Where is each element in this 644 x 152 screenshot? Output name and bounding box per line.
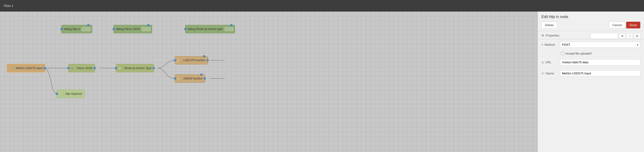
cancel-button[interactable]: Cancel	[609, 22, 625, 28]
node-dot-right	[152, 67, 155, 69]
tab-icon-gear[interactable]: ⚙	[619, 33, 626, 39]
node-dot-left	[174, 77, 176, 80]
method-icon: ≡	[542, 43, 543, 46]
method-row: ≡ Method GET POST PUT DELETE PATCH	[538, 39, 644, 50]
node-dot-left	[174, 59, 176, 61]
debug-http-in-label: debug http in	[64, 27, 80, 31]
node-dot-right	[44, 67, 46, 69]
am319-func-node[interactable]: f AM319 function	[175, 74, 205, 83]
properties-label: Properties	[546, 34, 559, 37]
done-button[interactable]: Done	[626, 22, 640, 28]
node-dot-top	[230, 24, 232, 26]
node-dot-left	[67, 67, 70, 69]
panel-header: Edit http in node Delete Cancel Done	[538, 11, 644, 31]
route-icon: ⇄	[118, 66, 122, 70]
accept-uploads-row: Accept file uploads?	[538, 50, 644, 57]
node-dot-left	[115, 67, 117, 69]
gear-icon: ⚙	[542, 34, 544, 37]
parse-json-label: Parse JSON	[77, 67, 92, 70]
panel-actions: Delete Cancel Done	[542, 22, 640, 28]
node-dot-left	[184, 28, 186, 30]
debug-icon-box2: □	[146, 27, 150, 31]
method-select[interactable]: GET POST PUT DELETE PATCH	[560, 42, 640, 48]
metsci-input-node[interactable]: → MetSci LDDS75 Input	[7, 64, 45, 72]
input-icon: →	[10, 66, 14, 70]
ldds75-func-label: LDDS75 Function	[183, 59, 205, 62]
panel-title: Edit http in node	[542, 15, 640, 19]
debug-parse-json-node[interactable]: debug Parse JSON ≡ □	[114, 25, 152, 33]
debug-icon-list: ≡	[82, 27, 86, 31]
node-dot-right	[94, 67, 96, 69]
name-row: 🏷 Name	[538, 68, 644, 79]
metsci-input-label: MetSci LDDS75 Input	[16, 67, 42, 70]
response-icon: →	[59, 92, 64, 96]
http-response-node[interactable]: → http response	[57, 90, 85, 98]
func-icon: f	[177, 76, 182, 81]
properties-tab[interactable]: ⚙ Properties	[542, 33, 589, 39]
properties-tab-bar: ⚙ Properties ⚙ 📄 ⊞	[538, 31, 644, 39]
debug-icons: ≡ □	[142, 27, 150, 31]
node-dot-top	[200, 73, 202, 76]
am319-func-label: AM319 function	[183, 77, 202, 80]
debug-http-in-node[interactable]: debug http in ≡ □	[61, 25, 92, 33]
delete-button[interactable]: Delete	[542, 22, 557, 28]
method-label-text: Method	[545, 43, 555, 46]
debug-parse-json-label: debug Parse JSON	[116, 27, 140, 31]
debug-icon-list: ≡	[142, 27, 146, 31]
node-dot-left	[60, 28, 63, 30]
top-bar: Flow 1	[0, 0, 644, 11]
parse-json-icon: {}	[71, 66, 75, 70]
node-dot-top	[203, 55, 205, 57]
node-dot-left	[56, 93, 58, 95]
name-icon: 🏷	[542, 72, 544, 75]
node-dot-top	[87, 24, 90, 26]
properties-search[interactable]	[590, 33, 618, 39]
accept-uploads-label[interactable]: Accept file uploads?	[561, 52, 592, 55]
node-dot-right	[206, 59, 209, 61]
http-response-label: http response	[65, 92, 82, 95]
debug-icon-box2: □	[86, 27, 90, 31]
debug-icons: ≡ □	[82, 27, 90, 31]
node-dot-top	[147, 24, 150, 26]
panel-body: ≡ Method GET POST PUT DELETE PATCH	[538, 39, 644, 152]
url-label: ◎ URL	[542, 60, 560, 64]
debug-icon-box2: □	[229, 27, 233, 31]
url-icon: ◎	[542, 60, 544, 64]
debug-route-node[interactable]: debug Route by Device type ≡ □	[185, 25, 235, 33]
node-dot-right	[204, 77, 206, 80]
name-label-text: Name	[546, 72, 554, 75]
method-select-wrapper: GET POST PUT DELETE PATCH	[560, 42, 640, 48]
debug-icon-list: ≡	[224, 27, 229, 31]
debug-icons: ≡ □	[224, 27, 233, 31]
debug-route-label: debug Route by Device type	[188, 27, 223, 31]
name-label: 🏷 Name	[542, 72, 560, 75]
parse-json-node[interactable]: {} Parse JSON	[68, 64, 95, 72]
right-panel: Edit http in node Delete Cancel Done ⚙ P…	[538, 11, 644, 152]
name-input[interactable]	[560, 70, 640, 76]
tab-icon-doc[interactable]: 📄	[626, 33, 633, 39]
func-icon: f	[177, 58, 182, 62]
panel-tab-icons: ⚙ 📄 ⊞	[619, 33, 640, 39]
url-row: ◎ URL	[538, 57, 644, 68]
panel-actions-left: Delete	[542, 22, 557, 28]
canvas[interactable]: debug http in ≡ □ debug Parse JSON ≡ □ d…	[0, 11, 538, 152]
tab-icon-grid[interactable]: ⊞	[634, 33, 640, 39]
url-label-text: URL	[546, 60, 552, 64]
panel-actions-right: Cancel Done	[609, 22, 640, 28]
route-device-label: Route by Device Type	[124, 67, 152, 70]
method-label: ≡ Method	[542, 43, 560, 46]
ldds75-func-node[interactable]: f LDDS75 Function	[175, 56, 208, 64]
url-input[interactable]	[560, 59, 640, 65]
accept-uploads-checkbox[interactable]	[561, 52, 564, 55]
flow-title: Flow 1	[4, 4, 13, 8]
route-device-node[interactable]: ⇄ Route by Device Type	[116, 64, 154, 72]
node-dot-left	[112, 28, 115, 30]
main-area: debug http in ≡ □ debug Parse JSON ≡ □ d…	[0, 11, 644, 152]
